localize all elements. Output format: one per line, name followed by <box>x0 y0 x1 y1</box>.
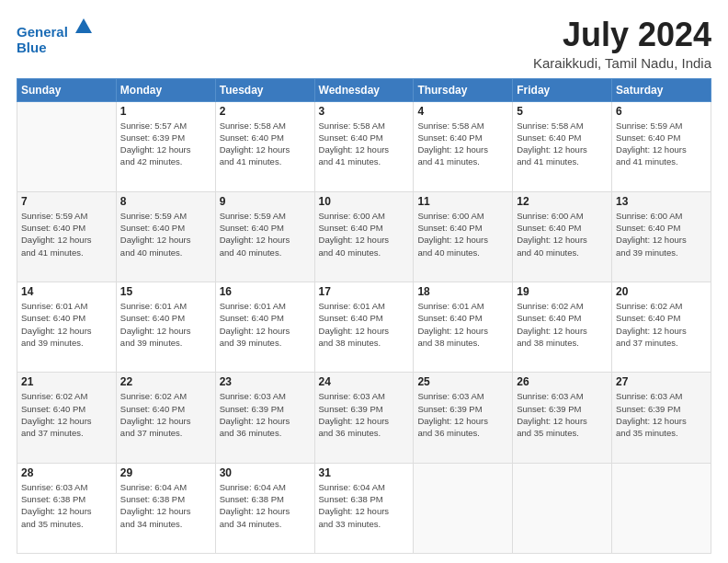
calendar-day-cell <box>612 463 711 553</box>
calendar-week-row: 7Sunrise: 5:59 AMSunset: 6:40 PMDaylight… <box>17 191 711 282</box>
day-info: Sunrise: 5:58 AMSunset: 6:40 PMDaylight:… <box>517 120 608 168</box>
day-info: Sunrise: 6:01 AMSunset: 6:40 PMDaylight:… <box>417 300 508 349</box>
svg-marker-0 <box>75 18 92 33</box>
day-number: 11 <box>417 195 508 208</box>
calendar-day-cell: 24Sunrise: 6:03 AMSunset: 6:39 PMDayligh… <box>314 373 414 463</box>
day-number: 20 <box>616 285 707 298</box>
calendar-day-cell: 25Sunrise: 6:03 AMSunset: 6:39 PMDayligh… <box>414 373 513 463</box>
calendar-day-cell: 5Sunrise: 5:58 AMSunset: 6:40 PMDaylight… <box>513 101 612 191</box>
day-number: 25 <box>417 375 508 388</box>
day-number: 19 <box>517 285 608 298</box>
logo-icon <box>74 17 94 37</box>
day-info: Sunrise: 6:01 AMSunset: 6:40 PMDaylight:… <box>220 300 311 349</box>
day-number: 15 <box>120 285 211 298</box>
day-info: Sunrise: 6:03 AMSunset: 6:39 PMDaylight:… <box>220 390 311 439</box>
day-info: Sunrise: 6:03 AMSunset: 6:39 PMDaylight:… <box>517 390 608 439</box>
day-info: Sunrise: 6:04 AMSunset: 6:38 PMDaylight:… <box>319 481 410 530</box>
calendar-day-cell: 6Sunrise: 5:59 AMSunset: 6:40 PMDaylight… <box>612 101 711 191</box>
day-info: Sunrise: 6:01 AMSunset: 6:40 PMDaylight:… <box>319 300 410 349</box>
header: General Blue July 2024 Karaikkudi, Tamil… <box>17 17 711 71</box>
day-number: 23 <box>220 375 311 388</box>
day-info: Sunrise: 5:57 AMSunset: 6:39 PMDaylight:… <box>120 120 211 168</box>
calendar-day-cell: 14Sunrise: 6:01 AMSunset: 6:40 PMDayligh… <box>17 282 117 373</box>
weekday-header-row: SundayMondayTuesdayWednesdayThursdayFrid… <box>17 78 711 101</box>
calendar-day-cell <box>414 463 513 553</box>
day-info: Sunrise: 6:03 AMSunset: 6:39 PMDaylight:… <box>319 390 410 439</box>
day-number: 8 <box>120 195 211 208</box>
calendar-day-cell: 12Sunrise: 6:00 AMSunset: 6:40 PMDayligh… <box>513 191 612 282</box>
calendar-week-row: 28Sunrise: 6:03 AMSunset: 6:38 PMDayligh… <box>17 463 711 553</box>
day-number: 10 <box>319 195 410 208</box>
calendar-day-cell: 26Sunrise: 6:03 AMSunset: 6:39 PMDayligh… <box>513 373 612 463</box>
weekday-header: Tuesday <box>215 78 314 101</box>
weekday-header: Wednesday <box>314 78 414 101</box>
day-info: Sunrise: 6:04 AMSunset: 6:38 PMDaylight:… <box>220 481 311 530</box>
logo-general: General <box>17 24 68 40</box>
weekday-header: Saturday <box>612 78 711 101</box>
day-number: 18 <box>417 285 508 298</box>
day-number: 26 <box>517 375 608 388</box>
calendar-day-cell: 7Sunrise: 5:59 AMSunset: 6:40 PMDaylight… <box>17 191 117 282</box>
day-info: Sunrise: 6:01 AMSunset: 6:40 PMDaylight:… <box>120 300 211 349</box>
day-info: Sunrise: 6:00 AMSunset: 6:40 PMDaylight:… <box>319 210 410 259</box>
calendar-day-cell: 27Sunrise: 6:03 AMSunset: 6:39 PMDayligh… <box>612 373 711 463</box>
day-number: 16 <box>220 285 311 298</box>
day-number: 9 <box>220 195 311 208</box>
day-number: 29 <box>120 466 211 479</box>
day-number: 3 <box>319 105 410 118</box>
calendar-day-cell: 17Sunrise: 6:01 AMSunset: 6:40 PMDayligh… <box>314 282 414 373</box>
calendar-day-cell: 16Sunrise: 6:01 AMSunset: 6:40 PMDayligh… <box>215 282 314 373</box>
day-number: 27 <box>616 375 707 388</box>
day-number: 31 <box>319 466 410 479</box>
calendar-day-cell: 4Sunrise: 5:58 AMSunset: 6:40 PMDaylight… <box>414 101 513 191</box>
calendar-week-row: 14Sunrise: 6:01 AMSunset: 6:40 PMDayligh… <box>17 282 711 373</box>
day-info: Sunrise: 6:00 AMSunset: 6:40 PMDaylight:… <box>417 210 508 259</box>
calendar-day-cell: 8Sunrise: 5:59 AMSunset: 6:40 PMDaylight… <box>116 191 215 282</box>
calendar-day-cell: 10Sunrise: 6:00 AMSunset: 6:40 PMDayligh… <box>314 191 414 282</box>
day-info: Sunrise: 6:02 AMSunset: 6:40 PMDaylight:… <box>120 390 211 439</box>
calendar-day-cell: 2Sunrise: 5:58 AMSunset: 6:40 PMDaylight… <box>215 101 314 191</box>
day-info: Sunrise: 6:03 AMSunset: 6:38 PMDaylight:… <box>21 481 112 530</box>
day-info: Sunrise: 5:59 AMSunset: 6:40 PMDaylight:… <box>120 210 211 259</box>
day-number: 4 <box>417 105 508 118</box>
calendar-day-cell: 31Sunrise: 6:04 AMSunset: 6:38 PMDayligh… <box>314 463 414 553</box>
calendar-day-cell: 1Sunrise: 5:57 AMSunset: 6:39 PMDaylight… <box>116 101 215 191</box>
day-number: 21 <box>21 375 112 388</box>
day-number: 17 <box>319 285 410 298</box>
logo-text: General <box>17 17 94 40</box>
calendar-day-cell: 3Sunrise: 5:58 AMSunset: 6:40 PMDaylight… <box>314 101 414 191</box>
day-info: Sunrise: 6:02 AMSunset: 6:40 PMDaylight:… <box>21 390 112 439</box>
day-number: 12 <box>517 195 608 208</box>
calendar-day-cell: 29Sunrise: 6:04 AMSunset: 6:38 PMDayligh… <box>116 463 215 553</box>
day-number: 14 <box>21 285 112 298</box>
day-info: Sunrise: 6:02 AMSunset: 6:40 PMDaylight:… <box>517 300 608 349</box>
calendar-day-cell: 30Sunrise: 6:04 AMSunset: 6:38 PMDayligh… <box>215 463 314 553</box>
calendar-day-cell: 18Sunrise: 6:01 AMSunset: 6:40 PMDayligh… <box>414 282 513 373</box>
day-info: Sunrise: 6:03 AMSunset: 6:39 PMDaylight:… <box>616 390 707 439</box>
day-info: Sunrise: 5:59 AMSunset: 6:40 PMDaylight:… <box>616 120 707 168</box>
logo-blue: Blue <box>17 40 94 56</box>
day-number: 2 <box>220 105 311 118</box>
weekday-header: Thursday <box>414 78 513 101</box>
day-number: 30 <box>220 466 311 479</box>
weekday-header: Friday <box>513 78 612 101</box>
day-number: 6 <box>616 105 707 118</box>
calendar-day-cell: 15Sunrise: 6:01 AMSunset: 6:40 PMDayligh… <box>116 282 215 373</box>
day-info: Sunrise: 5:59 AMSunset: 6:40 PMDaylight:… <box>21 210 112 259</box>
page: General Blue July 2024 Karaikkudi, Tamil… <box>0 0 728 563</box>
day-info: Sunrise: 6:00 AMSunset: 6:40 PMDaylight:… <box>517 210 608 259</box>
day-info: Sunrise: 5:59 AMSunset: 6:40 PMDaylight:… <box>220 210 311 259</box>
weekday-header: Sunday <box>17 78 117 101</box>
day-info: Sunrise: 5:58 AMSunset: 6:40 PMDaylight:… <box>417 120 508 168</box>
calendar-day-cell: 11Sunrise: 6:00 AMSunset: 6:40 PMDayligh… <box>414 191 513 282</box>
day-info: Sunrise: 6:01 AMSunset: 6:40 PMDaylight:… <box>21 300 112 349</box>
calendar-day-cell: 20Sunrise: 6:02 AMSunset: 6:40 PMDayligh… <box>612 282 711 373</box>
day-info: Sunrise: 5:58 AMSunset: 6:40 PMDaylight:… <box>319 120 410 168</box>
logo: General Blue <box>17 17 94 55</box>
subtitle: Karaikkudi, Tamil Nadu, India <box>533 55 711 71</box>
day-info: Sunrise: 6:03 AMSunset: 6:39 PMDaylight:… <box>417 390 508 439</box>
calendar-day-cell: 9Sunrise: 5:59 AMSunset: 6:40 PMDaylight… <box>215 191 314 282</box>
weekday-header: Monday <box>116 78 215 101</box>
calendar-day-cell: 13Sunrise: 6:00 AMSunset: 6:40 PMDayligh… <box>612 191 711 282</box>
day-number: 28 <box>21 466 112 479</box>
